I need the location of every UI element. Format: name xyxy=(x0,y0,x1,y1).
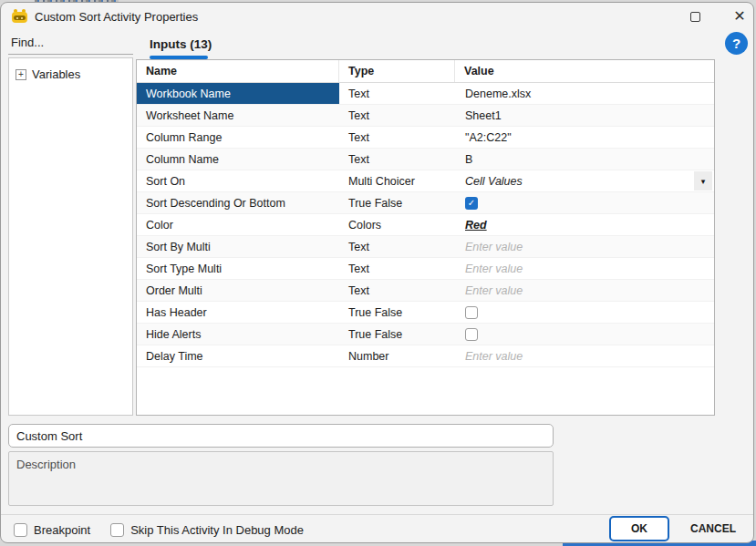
row-value-text[interactable]: Enter value xyxy=(465,263,523,275)
breakpoint-label: Breakpoint xyxy=(34,523,90,537)
row-type-cell: True False xyxy=(339,302,456,323)
row-type-cell: True False xyxy=(339,192,456,213)
row-value-cell[interactable]: Sheet1 xyxy=(456,105,714,126)
row-name-cell[interactable]: Workbook Name xyxy=(137,83,339,104)
skip-activity-checkbox[interactable] xyxy=(110,523,124,537)
cancel-button[interactable]: CANCEL xyxy=(679,516,747,541)
tab-inputs[interactable]: Inputs (13) xyxy=(150,37,212,51)
row-value-text[interactable]: Sheet1 xyxy=(465,109,502,122)
close-button[interactable]: ✕ xyxy=(730,6,750,26)
row-type-cell: Text xyxy=(339,127,456,148)
row-type-cell: Multi Choicer xyxy=(339,170,456,191)
window-title: Custom Sort Activity Properties xyxy=(35,10,198,24)
table-row[interactable]: Sort Type MultiTextEnter value xyxy=(137,258,714,280)
row-value-cell[interactable]: Enter value xyxy=(456,236,714,257)
robot-icon xyxy=(12,9,27,23)
row-value-cell[interactable] xyxy=(456,324,714,345)
row-name-cell[interactable]: Hide Alerts xyxy=(137,324,339,345)
table-row[interactable]: Sort Descending Or BottomTrue False✓ xyxy=(137,192,714,214)
row-value-text[interactable]: Red xyxy=(465,219,487,232)
row-name-cell[interactable]: Has Header xyxy=(137,302,339,323)
properties-table: Name Type Value Workbook NameTextDeneme.… xyxy=(136,59,715,416)
table-row[interactable]: Workbook NameTextDeneme.xlsx xyxy=(137,83,714,105)
table-row[interactable]: ColorColorsRed xyxy=(137,214,714,236)
row-value-cell[interactable]: Enter value xyxy=(456,258,714,279)
column-header-name[interactable]: Name xyxy=(137,60,338,82)
row-name-cell[interactable]: Color xyxy=(137,214,339,235)
row-value-text[interactable]: Deneme.xlsx xyxy=(465,88,531,100)
row-name-cell[interactable]: Sort By Multi xyxy=(137,236,339,257)
row-value-cell[interactable]: ✓ xyxy=(456,192,714,213)
properties-table-body: Workbook NameTextDeneme.xlsxWorksheet Na… xyxy=(137,83,714,367)
row-name-cell[interactable]: Order Multi xyxy=(137,280,339,301)
row-value-text[interactable]: Cell Values xyxy=(465,175,523,188)
table-row[interactable]: Sort OnMulti ChoicerCell Values▾ xyxy=(137,170,714,192)
breakpoint-checkbox[interactable] xyxy=(14,523,27,537)
row-value-cell[interactable] xyxy=(456,302,714,323)
table-row[interactable]: Delay TimeNumberEnter value xyxy=(137,345,714,367)
row-value-text[interactable]: B xyxy=(465,153,472,166)
tree-item-label: Variables xyxy=(32,67,80,81)
row-value-cell[interactable]: Red xyxy=(456,214,714,235)
row-type-cell: Text xyxy=(339,83,456,104)
row-name-cell[interactable]: Sort On xyxy=(137,170,339,191)
skip-activity-label: Skip This Activity In Debug Mode xyxy=(130,523,304,537)
footer-bar: Breakpoint Skip This Activity In Debug M… xyxy=(1,515,753,543)
expand-icon[interactable]: + xyxy=(16,69,26,80)
row-value-cell[interactable]: "A2:C22" xyxy=(456,127,714,148)
row-type-cell: Number xyxy=(339,345,456,366)
row-value-text[interactable]: "A2:C22" xyxy=(465,131,512,144)
description-input[interactable] xyxy=(8,451,554,506)
row-value-cell[interactable]: Deneme.xlsx xyxy=(456,83,714,104)
row-value-cell[interactable]: B xyxy=(456,149,714,170)
table-row[interactable]: Has HeaderTrue False xyxy=(137,302,714,324)
find-input[interactable]: Find... xyxy=(8,36,133,55)
row-type-cell: Text xyxy=(339,258,456,279)
maximize-button[interactable] xyxy=(690,12,700,22)
checkbox-checked-icon[interactable]: ✓ xyxy=(465,197,478,210)
table-row[interactable]: Hide AlertsTrue False xyxy=(137,324,714,345)
row-value-cell[interactable]: Enter value xyxy=(456,280,714,301)
checkbox-unchecked-icon[interactable] xyxy=(465,328,478,341)
checkbox-unchecked-icon[interactable] xyxy=(465,306,478,319)
variables-panel: + Variables xyxy=(8,57,133,416)
properties-dialog: Custom Sort Activity Properties ✕ Find..… xyxy=(0,2,754,543)
table-header: Name Type Value xyxy=(137,60,714,83)
row-type-cell: Colors xyxy=(339,214,456,235)
row-name-cell[interactable]: Sort Type Multi xyxy=(137,258,339,279)
row-name-cell[interactable]: Delay Time xyxy=(137,345,339,366)
table-row[interactable]: Sort By MultiTextEnter value xyxy=(137,236,714,258)
row-name-cell[interactable]: Worksheet Name xyxy=(137,105,339,126)
row-type-cell: Text xyxy=(339,105,456,126)
row-value-cell[interactable]: Cell Values▾ xyxy=(456,170,714,191)
column-header-type[interactable]: Type xyxy=(338,60,454,82)
row-value-text[interactable]: Enter value xyxy=(465,284,523,297)
row-name-cell[interactable]: Column Range xyxy=(137,127,339,148)
row-type-cell: Text xyxy=(339,280,456,301)
table-row[interactable]: Column NameTextB xyxy=(137,149,714,170)
display-name-input[interactable] xyxy=(8,424,554,448)
table-row[interactable]: Worksheet NameTextSheet1 xyxy=(137,105,714,127)
row-name-cell[interactable]: Sort Descending Or Bottom xyxy=(137,192,339,213)
column-header-value[interactable]: Value xyxy=(454,60,714,82)
row-type-cell: Text xyxy=(339,236,456,257)
table-row[interactable]: Order MultiTextEnter value xyxy=(137,280,714,302)
row-type-cell: True False xyxy=(339,324,456,345)
dropdown-button-icon[interactable]: ▾ xyxy=(694,171,712,191)
row-value-text[interactable]: Enter value xyxy=(465,350,523,363)
sidebar-item-variables[interactable]: + Variables xyxy=(9,58,132,81)
row-value-text[interactable]: Enter value xyxy=(465,241,523,253)
title-bar: Custom Sort Activity Properties ✕ xyxy=(1,3,753,30)
help-icon[interactable]: ? xyxy=(725,32,748,55)
row-type-cell: Text xyxy=(339,149,456,170)
table-row[interactable]: Column RangeText"A2:C22" xyxy=(137,127,714,149)
row-value-cell[interactable]: Enter value xyxy=(456,345,714,366)
row-name-cell[interactable]: Column Name xyxy=(137,149,339,170)
ok-button[interactable]: OK xyxy=(609,516,669,541)
